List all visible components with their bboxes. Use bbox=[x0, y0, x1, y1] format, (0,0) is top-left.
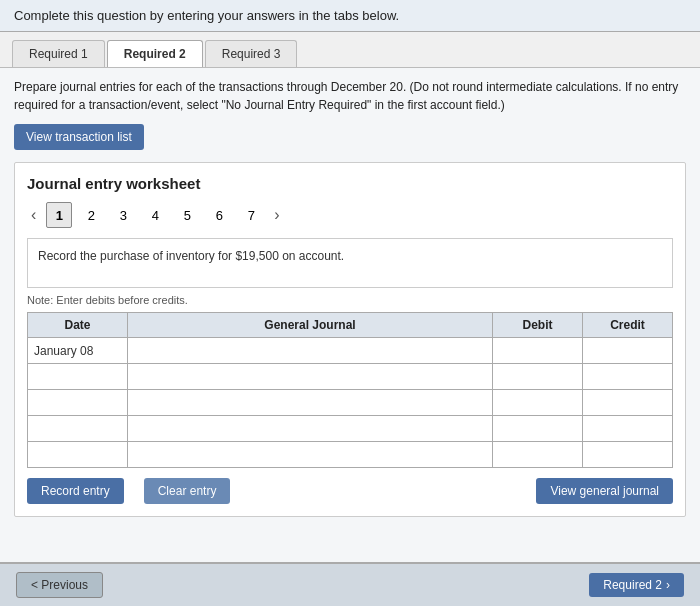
table-row: January 08 bbox=[28, 338, 673, 364]
tab-required3[interactable]: Required 3 bbox=[205, 40, 298, 67]
tab-required1[interactable]: Required 1 bbox=[12, 40, 105, 67]
description-text: Record the purchase of inventory for $19… bbox=[38, 249, 344, 263]
col-header-journal: General Journal bbox=[128, 313, 493, 338]
date-cell-4 bbox=[28, 416, 128, 442]
debit-input-3[interactable] bbox=[499, 396, 576, 410]
nav-page-7[interactable]: 7 bbox=[238, 202, 264, 228]
nav-page-1[interactable]: 1 bbox=[46, 202, 72, 228]
prepare-text: Prepare journal entries for each of the … bbox=[14, 78, 686, 114]
view-transaction-button[interactable]: View transaction list bbox=[14, 124, 144, 150]
instruction-text: Complete this question by entering your … bbox=[14, 8, 399, 23]
journal-input-3[interactable] bbox=[134, 396, 486, 410]
credit-cell-5[interactable] bbox=[583, 442, 673, 468]
credit-input-2[interactable] bbox=[589, 370, 666, 384]
transaction-description: Record the purchase of inventory for $19… bbox=[27, 238, 673, 288]
credit-cell-4[interactable] bbox=[583, 416, 673, 442]
tabs-bar: Required 1 Required 2 Required 3 bbox=[0, 32, 700, 68]
worksheet-title: Journal entry worksheet bbox=[27, 175, 673, 192]
debit-input-4[interactable] bbox=[499, 422, 576, 436]
clear-entry-button[interactable]: Clear entry bbox=[144, 478, 231, 504]
date-cell-1: January 08 bbox=[28, 338, 128, 364]
journal-entry-worksheet: Journal entry worksheet ‹ 1 2 3 4 5 6 7 … bbox=[14, 162, 686, 517]
record-entry-button[interactable]: Record entry bbox=[27, 478, 124, 504]
debit-cell-1[interactable] bbox=[493, 338, 583, 364]
chevron-right-icon: › bbox=[666, 578, 670, 592]
debit-cell-2[interactable] bbox=[493, 364, 583, 390]
top-instruction: Complete this question by entering your … bbox=[0, 0, 700, 32]
table-row bbox=[28, 416, 673, 442]
note-text: Note: Enter debits before credits. bbox=[27, 294, 673, 306]
journal-input-5[interactable] bbox=[134, 448, 486, 462]
view-general-journal-button[interactable]: View general journal bbox=[536, 478, 673, 504]
nav-prev-arrow[interactable]: ‹ bbox=[27, 206, 40, 224]
credit-input-3[interactable] bbox=[589, 396, 666, 410]
credit-cell-1[interactable] bbox=[583, 338, 673, 364]
tab-required2[interactable]: Required 2 bbox=[107, 40, 203, 67]
worksheet-actions: Record entry Clear entry View general jo… bbox=[27, 478, 673, 504]
journal-input-4[interactable] bbox=[134, 422, 486, 436]
nav-page-5[interactable]: 5 bbox=[174, 202, 200, 228]
journal-cell-5[interactable] bbox=[128, 442, 493, 468]
debit-cell-5[interactable] bbox=[493, 442, 583, 468]
col-header-credit: Credit bbox=[583, 313, 673, 338]
nav-page-2[interactable]: 2 bbox=[78, 202, 104, 228]
journal-cell-4[interactable] bbox=[128, 416, 493, 442]
credit-input-4[interactable] bbox=[589, 422, 666, 436]
required2-label: Required 2 bbox=[603, 578, 662, 592]
nav-next-arrow[interactable]: › bbox=[270, 206, 283, 224]
credit-input-5[interactable] bbox=[589, 448, 666, 462]
credit-input-1[interactable] bbox=[589, 344, 666, 358]
credit-cell-3[interactable] bbox=[583, 390, 673, 416]
debit-cell-3[interactable] bbox=[493, 390, 583, 416]
nav-page-6[interactable]: 6 bbox=[206, 202, 232, 228]
table-row bbox=[28, 364, 673, 390]
previous-button[interactable]: < Previous bbox=[16, 572, 103, 598]
footer-bar: < Previous Required 2 › bbox=[0, 563, 700, 606]
col-header-date: Date bbox=[28, 313, 128, 338]
debit-cell-4[interactable] bbox=[493, 416, 583, 442]
worksheet-nav: ‹ 1 2 3 4 5 6 7 › bbox=[27, 202, 673, 228]
journal-cell-1[interactable] bbox=[128, 338, 493, 364]
journal-input-2[interactable] bbox=[134, 370, 486, 384]
date-cell-2 bbox=[28, 364, 128, 390]
table-row bbox=[28, 442, 673, 468]
col-header-debit: Debit bbox=[493, 313, 583, 338]
journal-input-1[interactable] bbox=[134, 344, 486, 358]
required2-next-button[interactable]: Required 2 › bbox=[589, 573, 684, 597]
journal-table: Date General Journal Debit Credit Januar… bbox=[27, 312, 673, 468]
nav-page-3[interactable]: 3 bbox=[110, 202, 136, 228]
debit-input-2[interactable] bbox=[499, 370, 576, 384]
date-cell-5 bbox=[28, 442, 128, 468]
left-actions: Record entry Clear entry bbox=[27, 478, 230, 504]
journal-cell-3[interactable] bbox=[128, 390, 493, 416]
table-row bbox=[28, 390, 673, 416]
journal-cell-2[interactable] bbox=[128, 364, 493, 390]
date-cell-3 bbox=[28, 390, 128, 416]
credit-cell-2[interactable] bbox=[583, 364, 673, 390]
debit-input-5[interactable] bbox=[499, 448, 576, 462]
main-content: Prepare journal entries for each of the … bbox=[0, 68, 700, 563]
debit-input-1[interactable] bbox=[499, 344, 576, 358]
nav-page-4[interactable]: 4 bbox=[142, 202, 168, 228]
